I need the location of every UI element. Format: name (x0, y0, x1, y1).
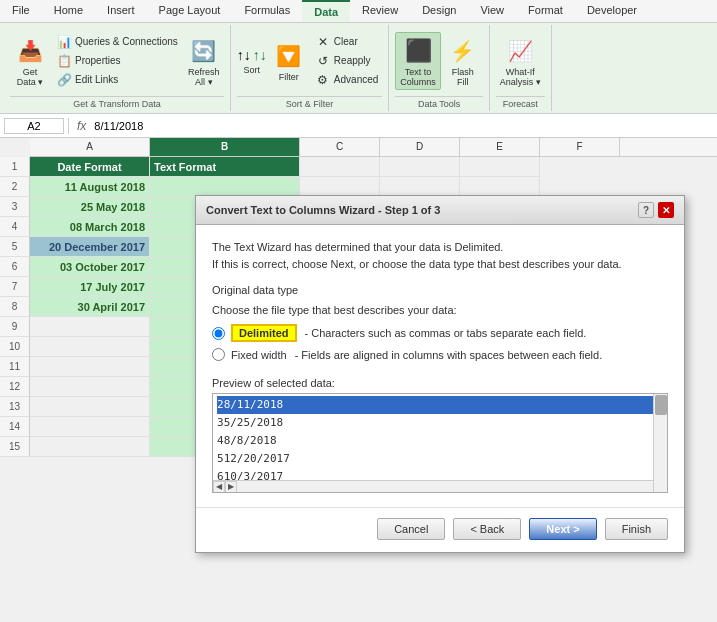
edit-links-icon: 🔗 (56, 72, 72, 88)
formula-input[interactable] (94, 120, 713, 132)
reapply-label: Reapply (334, 55, 371, 66)
cell-c2[interactable] (300, 177, 380, 197)
cell-a1[interactable]: Date Format (30, 157, 150, 177)
sort-button[interactable]: Sort (244, 65, 261, 75)
preview-vertical-scrollbar[interactable] (653, 394, 667, 492)
refresh-all-button[interactable]: 🔄 RefreshAll ▾ (184, 33, 224, 89)
column-headers: A B C D E F (30, 138, 717, 157)
cell-a15[interactable] (30, 437, 150, 457)
col-header-e: E (460, 138, 540, 156)
get-data-button[interactable]: 📥 GetData ▾ (10, 33, 50, 89)
tab-home[interactable]: Home (42, 0, 95, 22)
tab-review[interactable]: Review (350, 0, 410, 22)
cell-a3[interactable]: 25 May 2018 (30, 197, 150, 217)
cell-a4[interactable]: 08 March 2018 (30, 217, 150, 237)
cell-a2[interactable]: 11 August 2018 (30, 177, 150, 197)
tab-file[interactable]: File (0, 0, 42, 22)
cell-a9[interactable] (30, 317, 150, 337)
radio-delimited-input[interactable] (212, 327, 225, 340)
tab-data[interactable]: Data (302, 0, 350, 22)
ribbon-group-sort-filter: ↑↓ ↑↓ Sort 🔽 Filter ✕ Clear ↺ (231, 25, 389, 111)
dialog-close-button[interactable]: ✕ (658, 202, 674, 218)
filter-button[interactable]: 🔽 Filter (269, 38, 309, 84)
cell-a7[interactable]: 17 July 2017 (30, 277, 150, 297)
cell-a8[interactable]: 30 April 2017 (30, 297, 150, 317)
scroll-left-arrow[interactable]: ◀ (213, 481, 225, 493)
delimited-label-box: Delimited (231, 324, 297, 342)
cell-b2[interactable] (150, 177, 300, 197)
preview-section: Preview of selected data: 28/11/2018 35/… (212, 377, 668, 493)
dialog-help-button[interactable]: ? (638, 202, 654, 218)
edit-links-label: Edit Links (75, 74, 118, 85)
cell-a5[interactable]: 20 December 2017 (30, 237, 150, 257)
preview-label: Preview of selected data: (212, 377, 668, 389)
ribbon-tabs: File Home Insert Page Layout Formulas Da… (0, 0, 717, 23)
dialog-buttons: Cancel < Back Next > Finish (196, 507, 684, 552)
cell-a10[interactable] (30, 337, 150, 357)
tab-developer[interactable]: Developer (575, 0, 649, 22)
tab-view[interactable]: View (468, 0, 516, 22)
scroll-right-arrow[interactable]: ▶ (225, 481, 237, 493)
flash-fill-button[interactable]: ⚡ FlashFill (443, 33, 483, 89)
filter-icon: 🔽 (273, 40, 305, 72)
preview-horizontal-scrollbar[interactable]: ◀ ▶ (213, 480, 653, 492)
next-button[interactable]: Next > (529, 518, 596, 540)
tab-format[interactable]: Format (516, 0, 575, 22)
what-if-button[interactable]: 📈 What-IfAnalysis ▾ (496, 33, 545, 89)
preview-row-2: 35/25/2018 (217, 414, 663, 432)
cell-e2[interactable] (460, 177, 540, 197)
reapply-button[interactable]: ↺ Reapply (311, 52, 382, 70)
properties-label: Properties (75, 55, 121, 66)
cell-d2[interactable] (380, 177, 460, 197)
refresh-icon: 🔄 (188, 35, 220, 67)
text-to-columns-button[interactable]: ⬛ Text toColumns (395, 32, 441, 90)
cancel-button[interactable]: Cancel (377, 518, 445, 540)
cell-b1[interactable]: Text Format (150, 157, 300, 177)
clear-icon: ✕ (315, 34, 331, 50)
what-if-label: What-IfAnalysis ▾ (500, 67, 541, 87)
cell-c1[interactable] (300, 157, 380, 177)
text-to-columns-dialog: Convert Text to Columns Wizard - Step 1 … (195, 195, 685, 553)
formula-bar: fx (0, 114, 717, 138)
clear-label: Clear (334, 36, 358, 47)
cell-a14[interactable] (30, 417, 150, 437)
radio-fixed-width-input[interactable] (212, 348, 225, 361)
clear-button[interactable]: ✕ Clear (311, 33, 382, 51)
cell-d1[interactable] (380, 157, 460, 177)
cell-a6[interactable]: 03 October 2017 (30, 257, 150, 277)
cell-reference-input[interactable] (4, 118, 64, 134)
cell-a13[interactable] (30, 397, 150, 417)
tab-design[interactable]: Design (410, 0, 468, 22)
advanced-icon: ⚙ (315, 72, 331, 88)
properties-icon: 📋 (56, 53, 72, 69)
radio-delimited-option[interactable]: Delimited - Characters such as commas or… (212, 324, 668, 342)
col-header-c: C (300, 138, 380, 156)
filter-label: Filter (279, 72, 299, 82)
col-header-b: B (150, 138, 300, 156)
radio-fixed-width-option[interactable]: Fixed width - Fields are aligned in colu… (212, 348, 668, 361)
dialog-intro: The Text Wizard has determined that your… (212, 239, 668, 272)
scroll-thumb (655, 395, 667, 415)
back-button[interactable]: < Back (453, 518, 521, 540)
queries-icon: 📊 (56, 34, 72, 50)
ribbon-group-get-transform: 📥 GetData ▾ 📊 Queries & Connections 📋 Pr… (4, 25, 231, 111)
advanced-button[interactable]: ⚙ Advanced (311, 71, 382, 89)
sort-filter-label: Sort & Filter (237, 96, 382, 109)
cell-a12[interactable] (30, 377, 150, 397)
dialog-title-bar: Convert Text to Columns Wizard - Step 1 … (196, 196, 684, 225)
queries-connections-button[interactable]: 📊 Queries & Connections (52, 33, 182, 51)
finish-button[interactable]: Finish (605, 518, 668, 540)
forecast-label: Forecast (496, 96, 545, 109)
col-header-a: A (30, 138, 150, 156)
get-transform-label: Get & Transform Data (10, 96, 224, 109)
tab-page-layout[interactable]: Page Layout (147, 0, 233, 22)
properties-button[interactable]: 📋 Properties (52, 52, 182, 70)
tab-insert[interactable]: Insert (95, 0, 147, 22)
table-row: 1 Date Format Text Format (0, 157, 717, 177)
cell-e1[interactable] (460, 157, 540, 177)
tab-formulas[interactable]: Formulas (232, 0, 302, 22)
text-to-columns-icon: ⬛ (402, 35, 434, 67)
edit-links-button[interactable]: 🔗 Edit Links (52, 71, 182, 89)
text-to-columns-label: Text toColumns (400, 67, 436, 87)
cell-a11[interactable] (30, 357, 150, 377)
